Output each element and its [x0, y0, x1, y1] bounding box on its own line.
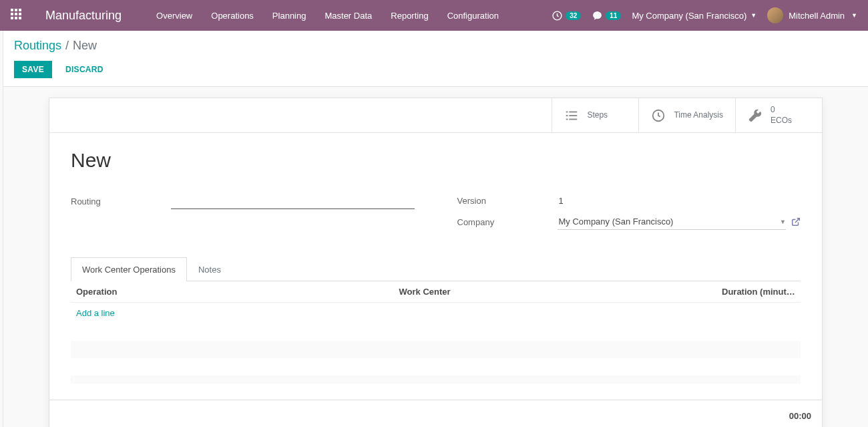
- activities-button[interactable]: 32: [552, 10, 581, 21]
- content-area: Steps Time Analysis 0 ECOs New: [3, 87, 868, 427]
- page-title: New: [71, 149, 801, 172]
- grid-body: Add a line: [71, 302, 801, 384]
- col-operation[interactable]: Operation: [76, 287, 399, 297]
- grid-header: Operation Work Center Duration (minutes): [71, 281, 801, 302]
- svg-rect-5: [566, 118, 568, 120]
- label-version: Version: [457, 196, 558, 206]
- col-workcenter[interactable]: Work Center: [399, 287, 722, 297]
- tab-bar: Work Center Operations Notes: [71, 257, 801, 281]
- company-selector[interactable]: My Company (San Francisco) ▼: [632, 11, 756, 21]
- company-select[interactable]: My Company (San Francisco) ▼: [558, 214, 787, 230]
- control-panel: Routings/New Save Discard: [3, 31, 868, 87]
- label-company: Company: [457, 217, 558, 227]
- tab-operations[interactable]: Work Center Operations: [71, 257, 187, 281]
- add-line-link[interactable]: Add a line: [71, 303, 801, 323]
- nav-right: 32 11 My Company (San Francisco) ▼ Mitch…: [552, 7, 857, 23]
- col-duration[interactable]: Duration (minutes): [722, 287, 795, 297]
- discuss-button[interactable]: 11: [592, 10, 621, 21]
- breadcrumb-separator: /: [65, 39, 69, 52]
- svg-rect-2: [570, 111, 578, 112]
- stat-ecos-value: 0: [771, 105, 792, 116]
- user-menu[interactable]: Mitchell Admin ▼: [767, 7, 857, 23]
- nav-item-planning[interactable]: Planning: [264, 5, 314, 26]
- duration-total: 00:00: [789, 411, 811, 421]
- tab-notes[interactable]: Notes: [187, 257, 232, 281]
- avatar: [767, 7, 783, 23]
- grid-footer: 00:00: [49, 400, 822, 427]
- nav-item-overview[interactable]: Overview: [148, 5, 200, 26]
- svg-rect-1: [566, 111, 568, 112]
- breadcrumb-current: New: [73, 39, 97, 52]
- stat-steps[interactable]: Steps: [552, 98, 638, 132]
- grid-empty-rows: [71, 323, 801, 384]
- form-row: Routing Version 1 Company My Company (Sa…: [71, 193, 801, 235]
- operations-grid: Operation Work Center Duration (minutes)…: [71, 281, 801, 384]
- company-name: My Company (San Francisco): [632, 11, 746, 21]
- apps-icon[interactable]: [11, 9, 24, 22]
- stat-ecos-label: ECOs: [771, 116, 792, 125]
- discard-button[interactable]: Discard: [57, 61, 112, 78]
- nav-item-configuration[interactable]: Configuration: [439, 5, 507, 26]
- label-routing: Routing: [71, 196, 171, 206]
- caret-down-icon: ▼: [851, 12, 857, 19]
- company-value: My Company (San Francisco): [558, 214, 779, 229]
- user-name: Mitchell Admin: [789, 11, 845, 21]
- svg-rect-4: [570, 115, 578, 116]
- activities-badge: 32: [566, 11, 581, 20]
- form-col-left: Routing: [71, 193, 415, 235]
- version-value: 1: [558, 193, 801, 208]
- wrench-icon: [748, 108, 763, 123]
- nav-item-reporting[interactable]: Reporting: [383, 5, 436, 26]
- caret-down-icon: ▼: [750, 12, 756, 19]
- stat-ecos[interactable]: 0 ECOs: [735, 98, 822, 132]
- discuss-badge: 11: [606, 11, 621, 20]
- stat-steps-label: Steps: [587, 110, 608, 121]
- form-sheet: Steps Time Analysis 0 ECOs New: [49, 98, 823, 427]
- nav-item-operations[interactable]: Operations: [203, 5, 262, 26]
- breadcrumb-root[interactable]: Routings: [14, 39, 61, 52]
- top-nav: Manufacturing Overview Operations Planni…: [0, 0, 868, 31]
- notebook: Work Center Operations Notes Operation W…: [71, 257, 801, 384]
- svg-rect-3: [566, 115, 568, 116]
- routing-input[interactable]: [171, 193, 415, 209]
- action-buttons: Save Discard: [14, 61, 857, 78]
- caret-down-icon: ▼: [780, 219, 786, 225]
- nav-item-masterdata[interactable]: Master Data: [316, 5, 380, 26]
- stat-time-analysis[interactable]: Time Analysis: [638, 98, 735, 132]
- save-button[interactable]: Save: [14, 61, 52, 78]
- form-body: New Routing Version 1 Company: [49, 133, 822, 400]
- stat-button-box: Steps Time Analysis 0 ECOs: [49, 98, 822, 133]
- stat-time-label: Time Analysis: [674, 110, 723, 121]
- svg-rect-6: [570, 118, 578, 120]
- app-brand[interactable]: Manufacturing: [45, 9, 122, 23]
- external-link-icon[interactable]: [791, 217, 801, 227]
- form-col-right: Version 1 Company My Company (San Franci…: [457, 193, 801, 235]
- nav-menu: Overview Operations Planning Master Data…: [148, 5, 507, 26]
- clock-icon: [552, 10, 563, 21]
- breadcrumb: Routings/New: [14, 39, 857, 53]
- chat-icon: [592, 10, 603, 21]
- clock-icon: [651, 108, 666, 123]
- list-icon: [564, 108, 579, 123]
